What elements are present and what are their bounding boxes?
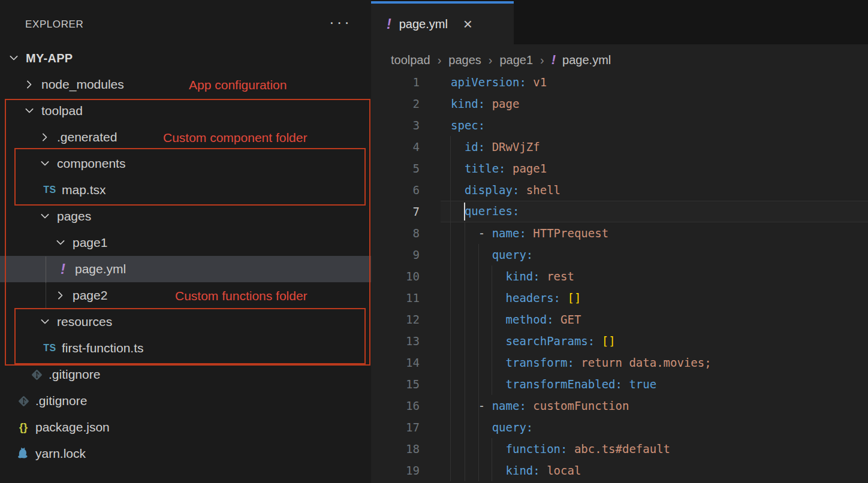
tree-indent-guide — [46, 256, 46, 283]
warning-icon: ! — [387, 16, 391, 32]
json-icon: {} — [16, 421, 31, 434]
tree-item-label: page.yml — [75, 262, 126, 276]
tree-item-page1[interactable]: page1 — [0, 230, 371, 256]
code-line-8[interactable]: 8 - name: HTTPrequest — [371, 222, 868, 244]
breadcrumb-item-page-yml[interactable]: !page.yml — [551, 52, 611, 68]
tree-item-components[interactable]: components — [0, 150, 371, 177]
tree-item-label: .gitignore — [35, 394, 87, 408]
line-number: 5 — [371, 162, 420, 175]
code-line-19[interactable]: 19 kind: local — [371, 460, 868, 481]
line-number: 7 — [371, 205, 420, 218]
chevron-right-icon[interactable] — [23, 78, 36, 91]
code-line-text: apiVersion: v1 — [420, 76, 547, 89]
tree-item-label: resources — [57, 315, 112, 329]
code-line-text: display: shell — [420, 183, 560, 197]
code-line-7[interactable]: 7 queries: — [371, 201, 868, 222]
chevron-right-icon[interactable] — [54, 289, 67, 302]
code-line-text: - name: customFunction — [420, 399, 629, 412]
code-line-16[interactable]: 16 - name: customFunction — [371, 395, 868, 416]
tree-item-label: toolpad — [41, 104, 83, 118]
code-line-text: query: — [420, 421, 533, 434]
chevron-down-icon[interactable] — [54, 236, 67, 249]
code-line-14[interactable]: 14 transform: return data.movies; — [371, 352, 868, 373]
code-line-text: id: DRwVjZf — [420, 140, 540, 153]
tree-item-toolpad[interactable]: toolpad — [0, 98, 371, 124]
line-number: 13 — [371, 334, 420, 348]
code-line-11[interactable]: 11 headers: [] — [371, 287, 868, 309]
code-area[interactable]: 1apiVersion: v12kind: page3spec:4 id: DR… — [371, 71, 868, 481]
code-line-text: kind: local — [420, 464, 581, 477]
chevron-down-icon[interactable] — [38, 157, 52, 170]
tree-item-label: pages — [57, 209, 91, 224]
tree-item-label: page1 — [73, 236, 107, 250]
line-number: 16 — [371, 399, 420, 412]
line-number: 17 — [371, 421, 420, 434]
tree-item-node-modules[interactable]: node_modules — [0, 71, 371, 98]
code-line-10[interactable]: 10 kind: rest — [371, 265, 868, 287]
code-line-2[interactable]: 2kind: page — [371, 93, 868, 114]
typescript-icon: TS — [42, 185, 58, 195]
tab-bar: ! page.yml × — [371, 0, 868, 44]
tree-item-label: page2 — [73, 288, 107, 303]
tree-item--gitignore[interactable]: .gitignore — [0, 361, 371, 388]
code-line-17[interactable]: 17 query: — [371, 416, 868, 438]
chevron-down-icon[interactable] — [38, 315, 52, 328]
code-line-5[interactable]: 5 title: page1 — [371, 158, 868, 179]
code-line-13[interactable]: 13 searchParams: [] — [371, 330, 868, 352]
breadcrumb-item-toolpad[interactable]: toolpad — [391, 53, 430, 67]
tree-item-my-app[interactable]: MY-APP — [0, 45, 371, 71]
code-line-3[interactable]: 3spec: — [371, 114, 868, 136]
breadcrumb-separator-icon: › — [489, 53, 493, 67]
breadcrumb-item-page1[interactable]: page1 — [499, 53, 533, 67]
tree-item--generated[interactable]: .generated — [0, 124, 371, 150]
code-line-text: kind: page — [420, 97, 519, 110]
chevron-down-icon[interactable] — [38, 210, 52, 223]
line-number: 1 — [371, 76, 420, 89]
tree-item-first-function-ts[interactable]: TSfirst-function.ts — [0, 335, 371, 361]
code-line-18[interactable]: 18 function: abc.ts#default — [371, 438, 868, 460]
tree-item-package-json[interactable]: {}package.json — [0, 414, 371, 440]
warning-icon: ! — [551, 52, 556, 67]
tree-item-label: yarn.lock — [35, 446, 86, 461]
tree-item-label: MY-APP — [26, 52, 73, 65]
tree-item-page-yml[interactable]: !page.yml — [0, 256, 371, 282]
tree-item-page2[interactable]: page2 — [0, 282, 371, 309]
tree-item--gitignore[interactable]: .gitignore — [0, 388, 371, 414]
line-number: 15 — [371, 378, 420, 391]
breadcrumb: toolpad›pages›page1›!page.yml — [391, 50, 611, 70]
breadcrumb-item-pages[interactable]: pages — [448, 53, 481, 67]
code-line-text: query: — [420, 248, 533, 261]
chevron-down-icon[interactable] — [7, 52, 20, 65]
code-line-15[interactable]: 15 transformEnabled: true — [371, 373, 868, 395]
code-line-text: queries: — [420, 203, 519, 221]
tree-item-map-tsx[interactable]: TSmap.tsx — [0, 177, 371, 203]
code-line-12[interactable]: 12 method: GET — [371, 309, 868, 330]
close-icon[interactable]: × — [463, 18, 472, 30]
code-line-6[interactable]: 6 display: shell — [371, 179, 868, 201]
yarn-icon — [16, 446, 31, 461]
tree-item-pages[interactable]: pages — [0, 203, 371, 230]
tree-item-yarn-lock[interactable]: yarn.lock — [0, 440, 371, 467]
explorer-header: EXPLORER ··· — [0, 0, 371, 38]
tree-item-label: node_modules — [41, 77, 124, 92]
tree-item-resources[interactable]: resources — [0, 309, 371, 335]
tree-item-label: .generated — [57, 130, 117, 144]
line-number: 14 — [371, 356, 420, 369]
more-actions-icon[interactable]: ··· — [329, 14, 352, 30]
breadcrumb-separator-icon: › — [438, 53, 442, 67]
tree-item-label: map.tsx — [62, 183, 106, 197]
git-icon — [16, 394, 31, 408]
tab-page-yml[interactable]: ! page.yml × — [371, 1, 514, 44]
breadcrumb-separator-icon: › — [540, 53, 544, 67]
chevron-right-icon[interactable] — [38, 131, 52, 144]
code-line-9[interactable]: 9 query: — [371, 244, 868, 265]
line-number: 11 — [371, 291, 420, 304]
code-line-4[interactable]: 4 id: DRwVjZf — [371, 136, 868, 158]
line-number: 9 — [371, 248, 420, 261]
tree-item-label: package.json — [35, 420, 110, 434]
chevron-down-icon[interactable] — [23, 104, 36, 117]
explorer-title: EXPLORER — [25, 19, 83, 31]
code-line-1[interactable]: 1apiVersion: v1 — [371, 71, 868, 93]
code-line-text: headers: [] — [420, 291, 581, 304]
code-line-text: function: abc.ts#default — [420, 442, 670, 455]
